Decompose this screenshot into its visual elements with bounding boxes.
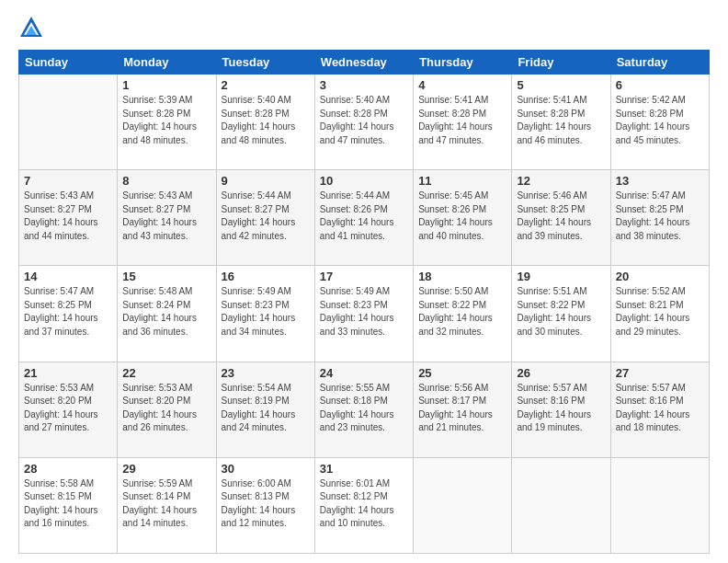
day-info: Sunrise: 5:41 AM Sunset: 8:28 PM Dayligh… — [418, 94, 506, 147]
calendar-week-row: 14Sunrise: 5:47 AM Sunset: 8:25 PM Dayli… — [19, 266, 710, 362]
day-number: 19 — [517, 270, 605, 283]
day-number: 9 — [222, 174, 310, 188]
day-number: 31 — [320, 462, 408, 476]
calendar-cell: 10Sunrise: 5:44 AM Sunset: 8:26 PM Dayli… — [314, 170, 413, 266]
day-info: Sunrise: 5:53 AM Sunset: 8:20 PM Dayligh… — [24, 382, 112, 435]
day-info: Sunrise: 5:57 AM Sunset: 8:16 PM Dayligh… — [616, 382, 704, 435]
weekday-header-saturday: Saturday — [610, 51, 709, 75]
calendar-cell: 30Sunrise: 6:00 AM Sunset: 8:13 PM Dayli… — [216, 457, 314, 553]
day-info: Sunrise: 6:00 AM Sunset: 8:13 PM Dayligh… — [222, 477, 310, 531]
day-info: Sunrise: 5:40 AM Sunset: 8:28 PM Dayligh… — [222, 94, 310, 147]
day-info: Sunrise: 5:43 AM Sunset: 8:27 PM Dayligh… — [24, 190, 112, 243]
calendar-table: SundayMondayTuesdayWednesdayThursdayFrid… — [18, 50, 710, 554]
calendar-cell: 6Sunrise: 5:42 AM Sunset: 8:28 PM Daylig… — [610, 75, 709, 170]
calendar-cell: 24Sunrise: 5:55 AM Sunset: 8:18 PM Dayli… — [314, 362, 413, 457]
calendar-cell — [19, 75, 118, 170]
calendar-cell: 22Sunrise: 5:53 AM Sunset: 8:20 PM Dayli… — [118, 362, 216, 457]
page: SundayMondayTuesdayWednesdayThursdayFrid… — [0, 0, 728, 563]
calendar-cell: 21Sunrise: 5:53 AM Sunset: 8:20 PM Dayli… — [19, 362, 118, 457]
day-number: 5 — [517, 78, 605, 92]
calendar-week-row: 7Sunrise: 5:43 AM Sunset: 8:27 PM Daylig… — [19, 170, 710, 266]
weekday-header-friday: Friday — [512, 51, 610, 75]
day-info: Sunrise: 5:56 AM Sunset: 8:17 PM Dayligh… — [418, 382, 506, 435]
calendar-cell: 17Sunrise: 5:49 AM Sunset: 8:23 PM Dayli… — [314, 266, 413, 362]
day-info: Sunrise: 5:52 AM Sunset: 8:21 PM Dayligh… — [616, 285, 704, 339]
day-number: 23 — [222, 366, 310, 380]
day-info: Sunrise: 5:49 AM Sunset: 8:23 PM Dayligh… — [222, 285, 310, 339]
day-info: Sunrise: 5:43 AM Sunset: 8:27 PM Dayligh… — [122, 190, 210, 243]
calendar-cell — [610, 457, 709, 553]
day-number: 13 — [616, 174, 704, 188]
day-info: Sunrise: 6:01 AM Sunset: 8:12 PM Dayligh… — [320, 477, 408, 531]
calendar-cell: 20Sunrise: 5:52 AM Sunset: 8:21 PM Dayli… — [610, 266, 709, 362]
day-info: Sunrise: 5:46 AM Sunset: 8:25 PM Dayligh… — [517, 190, 605, 243]
calendar-cell: 19Sunrise: 5:51 AM Sunset: 8:22 PM Dayli… — [512, 266, 610, 362]
logo — [18, 15, 48, 40]
day-info: Sunrise: 5:54 AM Sunset: 8:19 PM Dayligh… — [222, 382, 310, 435]
weekday-header-tuesday: Tuesday — [216, 51, 314, 75]
calendar-cell — [414, 457, 512, 553]
weekday-header-sunday: Sunday — [19, 51, 118, 75]
day-number: 21 — [24, 366, 112, 380]
calendar-cell: 28Sunrise: 5:58 AM Sunset: 8:15 PM Dayli… — [19, 457, 118, 553]
calendar-cell: 16Sunrise: 5:49 AM Sunset: 8:23 PM Dayli… — [216, 266, 314, 362]
calendar-cell: 3Sunrise: 5:40 AM Sunset: 8:28 PM Daylig… — [314, 75, 413, 170]
day-number: 18 — [418, 270, 506, 283]
day-number: 12 — [517, 174, 605, 188]
weekday-header-monday: Monday — [118, 51, 216, 75]
day-number: 7 — [24, 174, 112, 188]
day-number: 29 — [122, 462, 210, 476]
calendar-cell: 25Sunrise: 5:56 AM Sunset: 8:17 PM Dayli… — [414, 362, 512, 457]
day-info: Sunrise: 5:51 AM Sunset: 8:22 PM Dayligh… — [517, 285, 605, 339]
day-info: Sunrise: 5:53 AM Sunset: 8:20 PM Dayligh… — [122, 382, 210, 435]
day-number: 24 — [320, 366, 408, 380]
day-info: Sunrise: 5:44 AM Sunset: 8:27 PM Dayligh… — [222, 190, 310, 243]
day-number: 4 — [418, 78, 506, 92]
day-info: Sunrise: 5:41 AM Sunset: 8:28 PM Dayligh… — [517, 94, 605, 147]
day-number: 2 — [222, 78, 310, 92]
day-number: 26 — [517, 366, 605, 380]
header — [18, 15, 710, 40]
calendar-cell: 8Sunrise: 5:43 AM Sunset: 8:27 PM Daylig… — [118, 170, 216, 266]
day-number: 17 — [320, 270, 408, 283]
day-number: 22 — [122, 366, 210, 380]
calendar-cell: 31Sunrise: 6:01 AM Sunset: 8:12 PM Dayli… — [314, 457, 413, 553]
day-info: Sunrise: 5:42 AM Sunset: 8:28 PM Dayligh… — [616, 94, 704, 147]
day-number: 14 — [24, 270, 112, 283]
day-info: Sunrise: 5:59 AM Sunset: 8:14 PM Dayligh… — [122, 477, 210, 531]
day-number: 30 — [222, 462, 310, 476]
calendar-week-row: 21Sunrise: 5:53 AM Sunset: 8:20 PM Dayli… — [19, 362, 710, 457]
calendar-cell: 5Sunrise: 5:41 AM Sunset: 8:28 PM Daylig… — [512, 75, 610, 170]
day-info: Sunrise: 5:45 AM Sunset: 8:26 PM Dayligh… — [418, 190, 506, 243]
day-number: 10 — [320, 174, 408, 188]
calendar-cell: 11Sunrise: 5:45 AM Sunset: 8:26 PM Dayli… — [414, 170, 512, 266]
calendar-cell: 9Sunrise: 5:44 AM Sunset: 8:27 PM Daylig… — [216, 170, 314, 266]
day-info: Sunrise: 5:55 AM Sunset: 8:18 PM Dayligh… — [320, 382, 408, 435]
calendar-cell: 14Sunrise: 5:47 AM Sunset: 8:25 PM Dayli… — [19, 266, 118, 362]
day-number: 15 — [122, 270, 210, 283]
calendar-cell: 1Sunrise: 5:39 AM Sunset: 8:28 PM Daylig… — [118, 75, 216, 170]
calendar-week-row: 1Sunrise: 5:39 AM Sunset: 8:28 PM Daylig… — [19, 75, 710, 170]
day-number: 6 — [616, 78, 704, 92]
day-info: Sunrise: 5:47 AM Sunset: 8:25 PM Dayligh… — [616, 190, 704, 243]
calendar-cell: 26Sunrise: 5:57 AM Sunset: 8:16 PM Dayli… — [512, 362, 610, 457]
calendar-cell: 13Sunrise: 5:47 AM Sunset: 8:25 PM Dayli… — [610, 170, 709, 266]
day-number: 11 — [418, 174, 506, 188]
calendar-cell: 12Sunrise: 5:46 AM Sunset: 8:25 PM Dayli… — [512, 170, 610, 266]
calendar-cell: 27Sunrise: 5:57 AM Sunset: 8:16 PM Dayli… — [610, 362, 709, 457]
logo-icon — [18, 15, 44, 40]
calendar-week-row: 28Sunrise: 5:58 AM Sunset: 8:15 PM Dayli… — [19, 457, 710, 553]
day-number: 27 — [616, 366, 704, 380]
day-number: 16 — [222, 270, 310, 283]
day-number: 1 — [122, 78, 210, 92]
day-info: Sunrise: 5:39 AM Sunset: 8:28 PM Dayligh… — [122, 94, 210, 147]
day-number: 3 — [320, 78, 408, 92]
day-info: Sunrise: 5:58 AM Sunset: 8:15 PM Dayligh… — [24, 477, 112, 531]
day-number: 25 — [418, 366, 506, 380]
calendar-cell: 2Sunrise: 5:40 AM Sunset: 8:28 PM Daylig… — [216, 75, 314, 170]
day-info: Sunrise: 5:47 AM Sunset: 8:25 PM Dayligh… — [24, 285, 112, 339]
day-info: Sunrise: 5:50 AM Sunset: 8:22 PM Dayligh… — [418, 285, 506, 339]
day-info: Sunrise: 5:44 AM Sunset: 8:26 PM Dayligh… — [320, 190, 408, 243]
day-number: 20 — [616, 270, 704, 283]
calendar-cell: 4Sunrise: 5:41 AM Sunset: 8:28 PM Daylig… — [414, 75, 512, 170]
